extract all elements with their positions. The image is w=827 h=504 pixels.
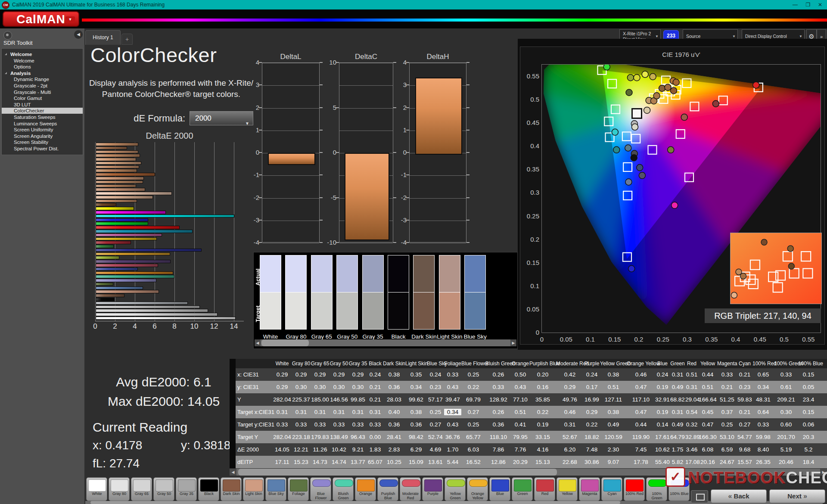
table-cell[interactable]: 5.2 <box>798 446 819 453</box>
scroll-left-icon[interactable]: ◀ <box>255 339 261 346</box>
table-cell[interactable]: 65.77 <box>461 434 485 440</box>
table-cell[interactable]: 0.35 <box>405 371 427 378</box>
table-cell[interactable]: 10.25 <box>383 459 405 465</box>
sidebar-item-options[interactable]: Options <box>2 64 83 70</box>
table-cell[interactable]: 15.57 <box>737 459 752 465</box>
table-cell[interactable]: 5.82 <box>670 459 685 465</box>
table-cell[interactable]: 0.31 <box>292 409 311 415</box>
table-cell[interactable]: 118.10 <box>485 434 511 440</box>
table-cell[interactable]: 4.16 <box>529 446 556 453</box>
table-cell[interactable]: 166.64 <box>698 396 717 403</box>
table-cell[interactable]: 1.75 <box>670 446 685 453</box>
patch-button-purple[interactable]: Purple <box>422 477 443 501</box>
sidebar-item-spectral-power-dist-[interactable]: Spectral Power Dist. <box>2 146 83 152</box>
table-cell[interactable]: 0.21 <box>367 396 383 403</box>
table-cell[interactable]: 12.21 <box>292 446 311 453</box>
table-cell[interactable]: 0.51 <box>511 409 529 415</box>
table-cell[interactable]: 0.29 <box>348 371 367 378</box>
table-cell[interactable]: 0.19 <box>655 409 670 415</box>
table-cell[interactable]: 0.19 <box>529 421 556 428</box>
table-cell[interactable]: 0.31 <box>670 371 685 378</box>
sidebar-item-grayscale-multi[interactable]: Grayscale - Multi <box>2 89 83 95</box>
scroll-right-icon[interactable]: ▶ <box>510 339 516 346</box>
table-cell[interactable]: 0.25 <box>427 409 444 415</box>
table-cell[interactable]: 127.11 <box>600 396 627 403</box>
table-cell[interactable]: 0.22 <box>584 421 600 428</box>
table-cell[interactable]: 0.29 <box>273 371 292 378</box>
sidebar-item-luminance-sweeps[interactable]: Luminance Sweeps <box>2 121 83 127</box>
patch-button-yellow[interactable]: Yellow <box>557 477 578 501</box>
sidebar-item-welcome[interactable]: Welcome <box>2 58 83 64</box>
table-cell[interactable]: 0.19 <box>655 384 670 390</box>
patch-button-green[interactable]: Green <box>512 477 533 501</box>
table-cell[interactable]: 146.56 <box>330 396 348 403</box>
tree-expander-icon[interactable] <box>5 72 7 74</box>
table-cell[interactable]: 0.49 <box>670 421 685 428</box>
table-cell[interactable]: 0.15 <box>798 371 819 378</box>
table-cell[interactable]: 166.30 <box>698 434 717 440</box>
table-cell[interactable]: 39.47 <box>444 396 461 403</box>
table-cell[interactable]: 0.49 <box>600 421 627 428</box>
table-cell[interactable]: 0.30 <box>292 384 311 390</box>
table-cell[interactable]: 17.11 <box>273 459 292 465</box>
patch-button-foliage[interactable]: Foliage <box>288 477 309 501</box>
table-cell[interactable]: 14.05 <box>273 446 292 453</box>
patch-button-cyan[interactable]: Cyan <box>601 477 622 501</box>
sidebar-item-analysis[interactable]: Analysis <box>2 70 83 76</box>
table-cell[interactable]: 18.4 <box>798 459 819 465</box>
table-cell[interactable]: 28.03 <box>383 396 405 403</box>
table-cell[interactable]: 6.03 <box>461 446 485 453</box>
table-cell[interactable]: 0.33 <box>330 421 348 428</box>
table-cell[interactable]: 98.42 <box>405 434 427 440</box>
patch-button-orange[interactable]: Orange <box>355 477 376 501</box>
table-cell[interactable]: 0.29 <box>311 371 330 378</box>
sidebar-radio-icon[interactable] <box>3 31 12 40</box>
table-cell[interactable]: 0.38 <box>405 409 427 415</box>
table-cell[interactable]: 8.40 <box>752 446 774 453</box>
table-cell[interactable]: 0.36 <box>383 384 405 390</box>
table-cell[interactable]: 0.31 <box>670 409 685 415</box>
table-cell[interactable]: 0.33 <box>292 421 311 428</box>
scroll-left-icon[interactable]: ◀ <box>230 469 236 476</box>
table-cell[interactable]: 0.38 <box>383 371 405 378</box>
table-cell[interactable]: 20.3 <box>798 434 819 440</box>
table-cell[interactable]: 201.70 <box>774 434 798 440</box>
strip-scroll-thumb[interactable] <box>90 501 620 504</box>
table-cell[interactable]: 79.95 <box>511 434 529 440</box>
table-cell[interactable]: 6.29 <box>405 446 427 453</box>
table-cell[interactable]: 0.24 <box>427 371 444 378</box>
table-cell[interactable]: 20.29 <box>511 459 529 465</box>
table-cell[interactable]: 54.77 <box>737 434 752 440</box>
table-cell[interactable]: 6.08 <box>698 446 717 453</box>
table-cell[interactable]: 10.62 <box>655 446 670 453</box>
table-cell[interactable]: 77.10 <box>511 396 529 403</box>
patch-button-gray-50[interactable]: Gray 50 <box>153 477 174 501</box>
table-cell[interactable]: 0.50 <box>511 371 529 378</box>
table-cell[interactable]: 6.20 <box>556 446 584 453</box>
patch-button-bluish-green[interactable]: Bluish Green <box>333 477 354 501</box>
table-cell[interactable]: 26.35 <box>752 459 774 465</box>
table-cell[interactable]: 59.98 <box>752 434 774 440</box>
table-cell[interactable]: 5.44 <box>444 459 461 465</box>
table-cell[interactable]: 32.91 <box>655 396 670 403</box>
table-cell[interactable]: 35.85 <box>529 396 556 403</box>
table-cell[interactable]: 0.51 <box>698 384 717 390</box>
table-cell[interactable]: 53.10 <box>717 434 737 440</box>
table-cell[interactable]: 0.31 <box>311 409 330 415</box>
table-cell[interactable]: 2.30 <box>600 446 627 453</box>
tab-history[interactable]: History 1 <box>85 30 121 45</box>
table-cell[interactable]: 0.00 <box>367 434 383 440</box>
tree-expander-icon[interactable] <box>5 53 7 55</box>
table-cell[interactable]: 0.42 <box>556 371 584 378</box>
table-cell[interactable]: 0.43 <box>511 384 529 390</box>
table-cell[interactable]: 0.24 <box>655 371 670 378</box>
table-cell[interactable]: 0.46 <box>627 371 655 378</box>
table-cell[interactable]: 0.21 <box>367 384 383 390</box>
table-cell[interactable]: 0.44 <box>627 421 655 428</box>
back-button[interactable]: « Back <box>711 489 767 503</box>
table-cell[interactable]: 0.61 <box>774 384 798 390</box>
sidebar-item-saturation-sweeps[interactable]: Saturation Sweeps <box>2 114 83 120</box>
patch-button-100-red[interactable]: 100% Red <box>624 477 645 501</box>
patch-button-blue-sky[interactable]: Blue Sky <box>265 477 286 501</box>
table-cell[interactable]: 17.78 <box>627 459 655 465</box>
